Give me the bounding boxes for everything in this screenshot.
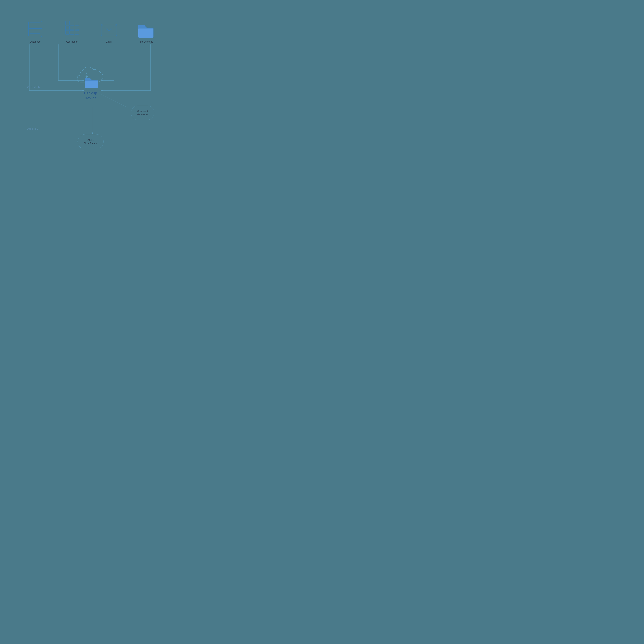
svg-rect-19	[75, 30, 79, 34]
top-icons-row: Database Application	[17, 20, 164, 43]
backup-device: Backup Device	[75, 62, 106, 100]
internet-bubble: Connectedvia Internet	[131, 106, 154, 120]
filesystems-label: File Systems	[139, 40, 153, 43]
database-icon-item: Database	[25, 20, 45, 43]
svg-rect-11	[65, 21, 69, 25]
cloud-backup-bubble: OffsiteCloud Backup	[78, 134, 104, 149]
email-icon	[101, 23, 117, 39]
backup-device-icon	[75, 62, 106, 89]
svg-rect-17	[65, 30, 69, 34]
filesystems-icon	[138, 23, 154, 39]
application-icon	[65, 20, 80, 39]
svg-rect-13	[75, 21, 79, 25]
diagram-container: Database Application	[10, 10, 171, 171]
filesystems-icon-item: File Systems	[136, 23, 156, 43]
svg-rect-15	[70, 26, 74, 30]
svg-rect-20	[101, 24, 117, 36]
svg-marker-24	[86, 76, 88, 78]
email-icon-item: Email	[99, 23, 119, 43]
svg-rect-2	[29, 21, 42, 37]
database-label: Database	[30, 40, 41, 43]
email-label: Email	[106, 40, 112, 43]
onsite-label: ON SITE	[27, 127, 39, 130]
svg-rect-16	[75, 26, 79, 30]
database-icon	[28, 20, 43, 39]
offsite-label: OFF SITE	[27, 86, 40, 88]
backup-device-label: Backup Device	[84, 91, 97, 100]
cloud-backup-label: OffsiteCloud Backup	[84, 139, 97, 145]
application-icon-item: Application	[62, 20, 82, 43]
svg-rect-14	[65, 26, 69, 30]
internet-label: Connectedvia Internet	[137, 110, 148, 116]
svg-rect-12	[70, 21, 74, 25]
application-label: Application	[66, 40, 78, 43]
svg-rect-23	[138, 25, 145, 29]
svg-rect-18	[70, 30, 74, 34]
